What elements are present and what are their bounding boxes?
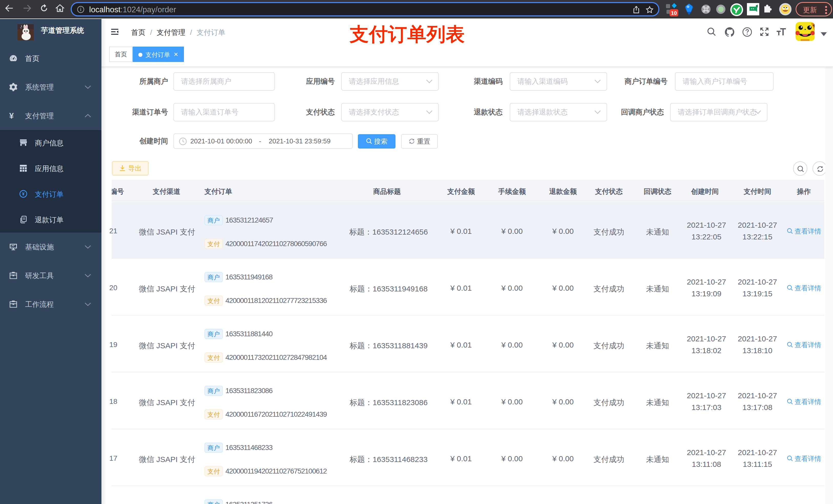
- svg-text:10: 10: [671, 10, 677, 16]
- svg-text:¥: ¥: [22, 192, 25, 196]
